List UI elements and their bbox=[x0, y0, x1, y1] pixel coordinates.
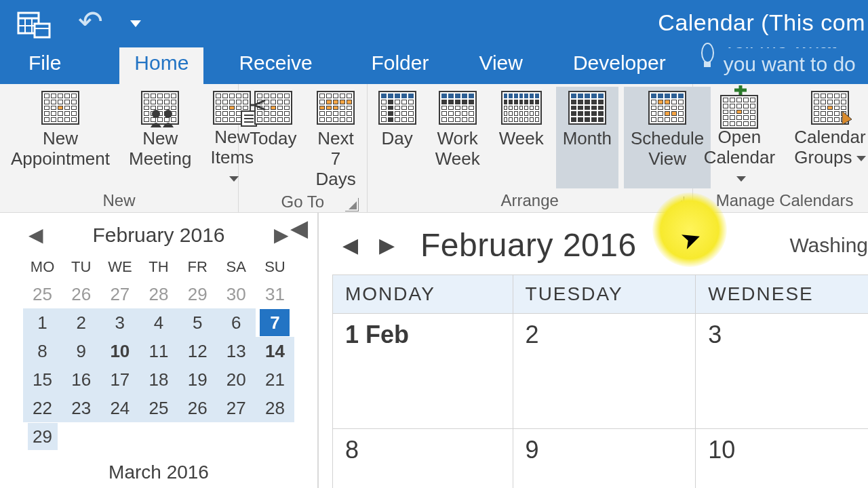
prev-period-icon[interactable]: ◀ bbox=[338, 233, 362, 258]
button-label: New Meeting bbox=[129, 129, 192, 169]
next-month-label: March 2016 bbox=[23, 462, 294, 483]
today-icon bbox=[254, 91, 292, 125]
month-icon bbox=[568, 91, 606, 125]
calendar-people-icon bbox=[141, 91, 179, 125]
column-header: MONDAY bbox=[333, 275, 513, 314]
day-cell[interactable]: 3 bbox=[696, 314, 868, 429]
button-label: New Appointment bbox=[11, 129, 110, 169]
button-label: Today bbox=[250, 129, 296, 149]
button-label: Week bbox=[499, 129, 544, 149]
day-cell[interactable]: 10 bbox=[696, 429, 868, 489]
svg-point-7 bbox=[152, 110, 160, 118]
calendar-groups-icon bbox=[811, 89, 849, 123]
mini-calendar-title: February 2016 bbox=[92, 224, 224, 247]
day-cell[interactable]: 8 bbox=[333, 429, 513, 489]
new-items-icon bbox=[213, 89, 251, 123]
day-button[interactable]: Day bbox=[372, 87, 423, 188]
undo-icon[interactable]: ↶ bbox=[78, 4, 103, 39]
calendar-quick-icon[interactable] bbox=[17, 9, 51, 39]
svg-rect-5 bbox=[35, 24, 50, 37]
week-button[interactable]: Week bbox=[492, 87, 551, 188]
button-label: Work Week bbox=[435, 129, 480, 169]
group-label: Go To bbox=[243, 190, 363, 216]
ribbon-tabs: File Home Send / Receive Folder View Dev… bbox=[0, 47, 868, 84]
prev-month-icon[interactable]: ◀ bbox=[23, 221, 49, 249]
next-7-days-button[interactable]: Next 7 Days bbox=[309, 87, 362, 190]
month-grid[interactable]: MONDAY TUESDAY WEDNESE 1 Feb 2 3 8 9 10 bbox=[332, 274, 868, 488]
main-calendar-title: February 2016 bbox=[420, 226, 637, 264]
button-label: Calendar Groups bbox=[794, 127, 866, 168]
location-label: Washing bbox=[789, 234, 868, 257]
tab-view[interactable]: View bbox=[464, 45, 537, 84]
new-appointment-button[interactable]: New Appointment bbox=[4, 87, 117, 188]
ribbon: New Appointment New Meeting bbox=[0, 84, 868, 213]
group-label: Arrange bbox=[372, 188, 688, 214]
column-header: WEDNESE bbox=[696, 275, 868, 314]
day-cell[interactable]: 9 bbox=[513, 429, 696, 489]
calendar-icon bbox=[41, 91, 79, 125]
day-icon bbox=[378, 91, 416, 125]
work-week-icon bbox=[439, 91, 477, 125]
svg-point-8 bbox=[164, 110, 172, 118]
qat-dropdown-icon[interactable] bbox=[130, 18, 141, 30]
button-label: Day bbox=[382, 129, 413, 149]
title-bar: ↶ Calendar (This com bbox=[0, 0, 868, 47]
tab-home[interactable]: Home bbox=[119, 45, 203, 84]
date-navigator-pane: ◀ ◀ February 2016 ▶ MO TU WE TH FR SA SU bbox=[0, 213, 319, 488]
ribbon-group-arrange: Day Work Week bbox=[368, 84, 693, 212]
button-label: Next 7 Days bbox=[315, 129, 355, 190]
quick-access-toolbar: ↶ bbox=[7, 7, 141, 41]
main-calendar-view: ◀ ▶ February 2016 Washing MONDAY TUESDAY… bbox=[319, 213, 868, 488]
lightbulb-icon bbox=[701, 43, 714, 63]
group-label: Manage Calendars bbox=[697, 188, 868, 214]
tab-file[interactable]: File bbox=[14, 45, 76, 84]
ribbon-group-manage: Open Calendar Calendar Groups Manage Cal… bbox=[693, 84, 868, 212]
mini-calendar-grid[interactable]: MO TU WE TH FR SA SU 25 26 27 28 29 30 bbox=[23, 254, 294, 451]
next-period-icon[interactable]: ▶ bbox=[374, 233, 399, 258]
content-area: ◀ ◀ February 2016 ▶ MO TU WE TH FR SA SU bbox=[0, 213, 868, 488]
group-label: New bbox=[4, 188, 234, 214]
button-label: Month bbox=[563, 129, 612, 149]
mini-calendar: ◀ February 2016 ▶ MO TU WE TH FR SA SU 2… bbox=[0, 213, 317, 483]
today-button[interactable]: Today bbox=[243, 87, 303, 188]
dialog-launcher-icon[interactable] bbox=[671, 197, 684, 210]
ribbon-group-new: New Appointment New Meeting bbox=[0, 84, 239, 212]
dialog-launcher-icon[interactable] bbox=[345, 198, 359, 211]
tab-developer[interactable]: Developer bbox=[558, 45, 681, 84]
month-button[interactable]: Month bbox=[556, 87, 618, 188]
day-cell[interactable]: 1 Feb bbox=[333, 314, 513, 429]
work-week-button[interactable]: Work Week bbox=[429, 87, 487, 188]
button-label: Open Calendar bbox=[704, 127, 776, 188]
week-icon bbox=[501, 91, 542, 125]
open-calendar-icon bbox=[720, 89, 758, 123]
collapse-arrow-icon[interactable]: ◀ bbox=[290, 214, 308, 241]
schedule-view-icon bbox=[648, 91, 686, 125]
new-meeting-button[interactable]: New Meeting bbox=[122, 87, 199, 188]
calendar-groups-button[interactable]: Calendar Groups bbox=[787, 87, 868, 188]
open-calendar-button[interactable]: Open Calendar bbox=[697, 87, 783, 188]
next7-icon bbox=[317, 91, 355, 125]
day-cell[interactable]: 2 bbox=[513, 314, 696, 429]
column-header: TUESDAY bbox=[513, 275, 696, 314]
tab-folder[interactable]: Folder bbox=[356, 45, 443, 84]
ribbon-group-goto: Today Next 7 Days Go To bbox=[239, 84, 368, 212]
window-title: Calendar (This com bbox=[658, 9, 865, 36]
